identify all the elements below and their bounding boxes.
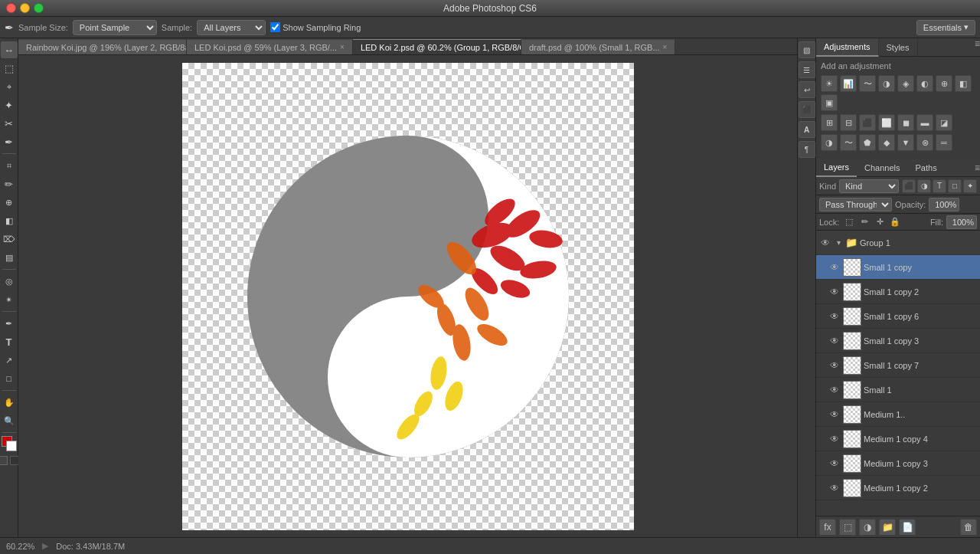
opacity-input[interactable] bbox=[929, 198, 959, 211]
hand-tool[interactable]: ✋ bbox=[1, 394, 18, 411]
exposure-icon[interactable]: ◑ bbox=[878, 75, 895, 92]
new-layer-button[interactable]: 📄 bbox=[899, 519, 916, 536]
gradient-tool[interactable]: ▤ bbox=[1, 249, 18, 266]
layer-small1copy[interactable]: 👁 Small 1 copy bbox=[816, 255, 980, 280]
sample-select[interactable]: All Layers Current Layer bbox=[197, 20, 266, 35]
color-balance-icon[interactable]: ⊕ bbox=[936, 75, 952, 92]
path-selection-tool[interactable]: ↗ bbox=[1, 352, 18, 369]
invert-icon[interactable]: ⬛ bbox=[859, 114, 876, 131]
filter-shape-icon[interactable]: □ bbox=[948, 179, 962, 193]
brightness-contrast-icon[interactable]: ☀ bbox=[821, 75, 838, 92]
delete-layer-button[interactable]: 🗑 bbox=[960, 519, 977, 536]
tab-close-icon[interactable]: × bbox=[340, 43, 345, 51]
channels-tab[interactable]: Channels bbox=[857, 159, 907, 177]
layer-medium1copy3[interactable]: 👁 Medium 1 copy 3 bbox=[816, 451, 980, 476]
layer-group1[interactable]: 👁 ▾ 📁 Group 1 bbox=[816, 231, 980, 255]
history-panel-icon[interactable]: ↩ bbox=[799, 81, 815, 98]
layer-expand-group1[interactable]: ▾ bbox=[834, 238, 843, 247]
color-boxes[interactable] bbox=[2, 436, 17, 451]
lock-transparent-icon[interactable]: ⬚ bbox=[842, 215, 856, 229]
lock-all-icon[interactable]: 🔒 bbox=[888, 215, 902, 229]
eraser-tool[interactable]: ⌦ bbox=[1, 231, 18, 247]
layer-medium1copy4[interactable]: 👁 Medium 1 copy 4 bbox=[816, 427, 980, 451]
filter-kind-select[interactable]: Kind Name Effect bbox=[839, 179, 899, 193]
tab-draft[interactable]: draft.psd @ 100% (Small 1, RGB... × bbox=[521, 39, 676, 54]
lock-position-icon[interactable]: ✛ bbox=[873, 215, 887, 229]
layers-panel-icon[interactable]: ☰ bbox=[799, 61, 815, 78]
equalize-icon[interactable]: ═ bbox=[936, 134, 952, 151]
curves-icon[interactable]: 〜 bbox=[859, 75, 876, 92]
tab-led-koi[interactable]: LED Koi.psd @ 59% (Layer 3, RGB/... × bbox=[187, 39, 353, 54]
layers-panel-options-icon[interactable]: ≡ bbox=[975, 162, 980, 173]
clone-stamp-tool[interactable]: ⊕ bbox=[1, 194, 18, 211]
match-color-icon[interactable]: ▼ bbox=[897, 134, 914, 151]
quick-mask-mode[interactable] bbox=[0, 456, 8, 465]
layer-medium1copy2[interactable]: 👁 Medium 1 copy 2 bbox=[816, 476, 980, 500]
layer-eye-medium1[interactable]: 👁 bbox=[828, 408, 841, 421]
adjustments-panel-icon[interactable]: ▧ bbox=[799, 41, 815, 58]
layer-small1copy7[interactable]: 👁 Small 1 copy 7 bbox=[816, 353, 980, 378]
tab-rainbow-koi[interactable]: Rainbow Koi.jpg @ 196% (Layer 2, RGB/8#.… bbox=[18, 39, 187, 54]
color-lookup-icon[interactable]: ⊟ bbox=[840, 114, 857, 131]
filter-smart-icon[interactable]: ✦ bbox=[963, 179, 977, 193]
pen-tool[interactable]: ✒ bbox=[1, 315, 18, 332]
type-tool[interactable]: T bbox=[1, 333, 18, 350]
shadows-highlights-icon[interactable]: ◑ bbox=[821, 134, 838, 151]
new-group-button[interactable]: 📁 bbox=[879, 519, 896, 536]
quick-selection-tool[interactable]: ✦ bbox=[1, 97, 18, 113]
layer-eye-medium1copy3[interactable]: 👁 bbox=[828, 457, 841, 470]
move-tool[interactable]: ↔ bbox=[1, 41, 18, 58]
layer-small1copy3[interactable]: 👁 Small 1 copy 3 bbox=[816, 329, 980, 353]
threshold-icon[interactable]: ◼ bbox=[897, 114, 914, 131]
history-brush-tool[interactable]: ◧ bbox=[1, 212, 18, 229]
channel-mixer-icon[interactable]: ⊞ bbox=[821, 114, 838, 131]
close-button[interactable] bbox=[6, 3, 16, 13]
posterize-icon[interactable]: ⬜ bbox=[878, 114, 895, 131]
levels-icon[interactable]: 📊 bbox=[840, 75, 857, 92]
minimize-button[interactable] bbox=[20, 3, 30, 13]
layer-eye-small1copy7[interactable]: 👁 bbox=[828, 359, 841, 372]
layer-eye-medium1copy4[interactable]: 👁 bbox=[828, 433, 841, 445]
maximize-button[interactable] bbox=[34, 3, 44, 13]
black-white-icon[interactable]: ◧ bbox=[955, 75, 972, 92]
layer-mask-button[interactable]: ⬚ bbox=[839, 519, 856, 536]
curves2-icon[interactable]: 〜 bbox=[840, 134, 857, 151]
blur-tool[interactable]: ◎ bbox=[1, 273, 18, 290]
layer-small1[interactable]: 👁 Small 1 bbox=[816, 378, 980, 402]
blend-mode-select[interactable]: Pass Through Normal Dissolve Multiply Sc… bbox=[819, 198, 892, 211]
show-sampling-ring-checkbox[interactable] bbox=[270, 22, 280, 32]
layer-eye-small1copy[interactable]: 👁 bbox=[828, 261, 841, 274]
photo-filter-icon[interactable]: ▣ bbox=[821, 94, 838, 111]
gradient-map-icon[interactable]: ▬ bbox=[916, 114, 933, 131]
selective-color-icon[interactable]: ◪ bbox=[936, 114, 952, 131]
adjustments-tab[interactable]: Adjustments bbox=[816, 38, 879, 57]
paths-tab[interactable]: Paths bbox=[908, 159, 945, 177]
styles-tab[interactable]: Styles bbox=[879, 38, 918, 57]
shape-tool[interactable]: □ bbox=[1, 370, 18, 387]
filter-type-icon[interactable]: T bbox=[933, 179, 946, 193]
show-sampling-ring-wrap[interactable]: Show Sampling Ring bbox=[270, 22, 361, 32]
crop-tool[interactable]: ✂ bbox=[1, 115, 18, 132]
healing-brush-tool[interactable]: ⌗ bbox=[1, 157, 18, 174]
zoom-tool[interactable]: 🔍 bbox=[1, 412, 18, 429]
layer-eye-small1copy3[interactable]: 👁 bbox=[828, 335, 841, 347]
new-fill-layer-button[interactable]: ◑ bbox=[859, 519, 876, 536]
panel-options-icon[interactable]: ≡ bbox=[975, 38, 980, 56]
sample-size-select[interactable]: Point Sample 3 by 3 Average 5 by 5 Avera… bbox=[73, 20, 157, 35]
eyedropper-tool[interactable]: ✒ bbox=[1, 133, 18, 150]
tab-led-koi-2[interactable]: LED Koi 2.psd @ 60.2% (Group 1, RGB/8/CM… bbox=[353, 39, 521, 54]
canvas-viewport[interactable] bbox=[18, 55, 797, 537]
essentials-button[interactable]: Essentials ▾ bbox=[916, 20, 975, 35]
layers-tab[interactable]: Layers bbox=[816, 159, 857, 177]
layer-eye-small1[interactable]: 👁 bbox=[828, 384, 841, 396]
vibrance-icon[interactable]: ◈ bbox=[897, 75, 914, 92]
dodge-tool[interactable]: ✴ bbox=[1, 291, 18, 308]
swatches-panel-icon[interactable]: ⬛ bbox=[799, 101, 815, 118]
hue-saturation-icon[interactable]: ◐ bbox=[916, 75, 933, 92]
layer-medium1[interactable]: 👁 Medium 1.. bbox=[816, 402, 980, 427]
filter-adjustment-icon[interactable]: ◑ bbox=[917, 179, 931, 193]
marquee-tool[interactable]: ⬚ bbox=[1, 60, 18, 77]
paragraph-panel-icon[interactable]: ¶ bbox=[799, 141, 815, 158]
levels2-icon[interactable]: ⬟ bbox=[859, 134, 876, 151]
layer-eye-medium1copy2[interactable]: 👁 bbox=[828, 482, 841, 494]
